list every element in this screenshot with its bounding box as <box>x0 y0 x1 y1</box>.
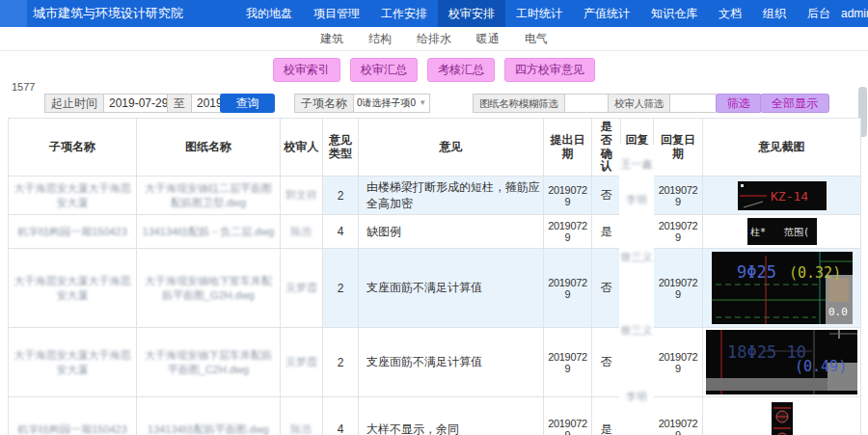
reply-date: 20190729 <box>654 397 703 435</box>
opinion-type: 4 <box>323 397 359 435</box>
reviewer-filter-group: 校审人筛选 <box>608 94 717 113</box>
confirmed-flag: 否 <box>592 328 621 397</box>
opinion-screenshot-detail[interactable] <box>772 402 793 435</box>
review-summary-button[interactable]: 校审汇总 <box>350 58 418 82</box>
user-name: admin <box>841 7 868 20</box>
opinion-screenshot-rebar1[interactable]: 0.0 9Φ25 (0.32) <box>712 252 853 324</box>
reviewer-name: 郭文祥 <box>285 189 317 201</box>
menu-toggle-icon[interactable] <box>0 0 27 27</box>
submit-date: 20190729 <box>544 249 592 328</box>
table-row: 机字结构园一期150423 134134结配筋平面图.dwg 陈浩 4 大样不显… <box>9 397 861 435</box>
replier-name: 王一鑫 <box>619 157 654 172</box>
nav-item-work-schedule[interactable]: 工作安排 <box>370 0 438 27</box>
filter-button[interactable]: 筛选 <box>716 94 762 113</box>
drawing-filter-label: 图纸名称模糊筛选 <box>473 94 565 113</box>
subproject-name: 机字结构园一期150423 <box>17 226 127 237</box>
nav-item-my-space[interactable]: 我的地盘 <box>235 0 303 27</box>
opinion-type: 2 <box>323 249 359 328</box>
drawing-name: 134134结配筋－负二层.dwg <box>143 226 275 237</box>
opinion-screenshot-rebar2[interactable]: 18Φ25 10 (0.49) <box>706 330 857 394</box>
table-row: 大于海思安大厦大于海思安大厦 大于海现安德往二层平面图配筋图卫型.dwg 郭文祥… <box>9 177 861 215</box>
col-header-subproject: 子项名称 <box>9 119 137 177</box>
reviewer-name: 陈浩 <box>291 226 312 237</box>
nav-item-knowledge-base[interactable]: 知识仓库 <box>640 0 708 27</box>
replier-column-overlay: 王一鑫 李明 曾三义 曾三义 李明 <box>619 145 654 435</box>
opinion-screenshot-legend[interactable]: 柱* 范围( <box>747 218 817 245</box>
nav-item-project-mgmt[interactable]: 项目管理 <box>303 0 370 27</box>
date-range-label: 起止时间 <box>44 94 104 113</box>
subproject-selected-value: 0请选择子项0 <box>357 95 416 112</box>
subproject-name: 机字结构园一期150423 <box>17 423 127 435</box>
confirmed-flag: 否 <box>592 249 621 328</box>
search-button[interactable]: 查询 <box>220 94 275 113</box>
opinion-type: 2 <box>323 328 359 397</box>
drawing-name: 大于海现安德往二层平面图配筋图卫型.dwg <box>145 182 272 208</box>
action-buttons-row: 校审索引 校审汇总 考核汇总 四方校审意见 <box>0 58 868 82</box>
reviewer-filter-label: 校审人筛选 <box>608 94 670 113</box>
tab-electrical[interactable]: 电气 <box>525 31 548 47</box>
replier-name: 曾三义 <box>619 323 654 338</box>
subproject-name: 大于海思安大厦大于海思安大厦 <box>14 275 131 301</box>
opinion-text: 大样不显示，余同 <box>359 397 544 435</box>
cad-ratio-label: (0.49) <box>795 358 847 375</box>
confirmed-flag: 是 <box>592 215 621 249</box>
record-count: 1577 <box>12 81 35 93</box>
nav-item-docs[interactable]: 文档 <box>708 0 752 27</box>
nav-item-output-stats[interactable]: 产值统计 <box>573 0 640 27</box>
date-from-input[interactable]: 2019-07-29 <box>104 94 168 113</box>
cad-label: 柱* <box>750 227 766 237</box>
opinion-type: 2 <box>323 177 359 215</box>
tab-architecture[interactable]: 建筑 <box>320 31 343 47</box>
col-header-reply-date: 回复日期 <box>654 119 703 177</box>
subproject-group: 子项名称 0请选择子项0▼ <box>294 94 430 113</box>
opinion-screenshot-kz14[interactable]: KZ-14 <box>738 181 827 210</box>
discipline-tabs: 建筑 结构 给排水 暖通 电气 <box>0 27 868 51</box>
show-all-button[interactable]: 全部显示 <box>760 94 829 113</box>
drawing-filter-input[interactable] <box>565 94 611 113</box>
tab-hvac[interactable]: 暖通 <box>476 31 500 47</box>
replier-name: 曾三义 <box>619 250 654 264</box>
reply-date: 20190729 <box>654 328 703 397</box>
four-party-review-button[interactable]: 四方校审意见 <box>504 58 595 82</box>
filter-bar: 起止时间 2019-07-29 至 2019-07-29 查询 子项名称 0请选… <box>0 94 868 113</box>
nav-item-review-schedule[interactable]: 校审安排 <box>438 0 505 27</box>
cad-ratio-label: (0.32) <box>789 264 841 282</box>
table-row: 机字结构园一期150423 134134结配筋－负二层.dwg 陈浩 4 缺图例… <box>9 215 861 249</box>
reply-date: 20190729 <box>654 177 703 215</box>
user-menu[interactable]: admin▼ <box>841 7 868 20</box>
reviewer-filter-input[interactable] <box>670 94 717 113</box>
col-header-reviewer: 校审人 <box>281 119 323 177</box>
drawing-name: 大于海现安德地下室车库配筋平面图_G2H.dwg <box>145 275 272 301</box>
top-navbar: 城市建筑与环境设计研究院 我的地盘 项目管理 工作安排 校审安排 工时统计 产值… <box>0 0 868 27</box>
nav-item-hours-stats[interactable]: 工时统计 <box>505 0 573 27</box>
review-index-button[interactable]: 校审索引 <box>273 58 340 82</box>
app-title: 城市建筑与环境设计研究院 <box>33 5 183 22</box>
tab-plumbing[interactable]: 给排水 <box>417 31 451 47</box>
cad-value: 0.0 <box>828 306 848 318</box>
reviewer-name: 吴梦霞 <box>285 282 317 293</box>
nav-item-org[interactable]: 组织 <box>752 0 797 27</box>
col-header-opinion: 意见 <box>359 119 544 177</box>
nav-item-admin-backend[interactable]: 后台 <box>797 0 841 27</box>
cad-label: KZ-14 <box>771 189 808 204</box>
subproject-name: 大于海思安大厦大于海思安大厦 <box>14 182 131 208</box>
review-opinions-table: 子项名称 图纸名称 校审人 意见类型 意见 提出日期 是否确认 回复人 回复日期… <box>8 118 861 435</box>
drawing-filter-group: 图纸名称模糊筛选 <box>473 94 611 113</box>
opinion-text: 支座面筋不满足计算值 <box>359 249 544 328</box>
tab-structure[interactable]: 结构 <box>368 31 392 47</box>
col-header-date: 提出日期 <box>544 119 592 177</box>
submit-date: 20190729 <box>544 397 592 435</box>
col-header-type: 意见类型 <box>323 119 359 177</box>
drawing-name: 134134结配筋平面图.dwg <box>148 423 269 435</box>
submit-date: 20190729 <box>544 177 592 215</box>
cad-label: 范围( <box>783 227 809 237</box>
opinion-type: 4 <box>323 215 359 249</box>
table-row: 大于海思安大厦大于海思安大厦 大于海现安德下层车库配筋平面图_C2H.dwg 吴… <box>9 328 861 397</box>
col-header-confirmed: 是否确认 <box>592 119 621 177</box>
subproject-select[interactable]: 0请选择子项0▼ <box>354 94 430 113</box>
col-header-screenshot: 意见截图 <box>703 119 861 177</box>
opinion-text: 缺图例 <box>359 215 544 249</box>
opinion-text: 支座面筋不满足计算值 <box>359 328 544 397</box>
chevron-down-icon: ▼ <box>419 95 426 112</box>
assessment-summary-button[interactable]: 考核汇总 <box>427 58 495 82</box>
